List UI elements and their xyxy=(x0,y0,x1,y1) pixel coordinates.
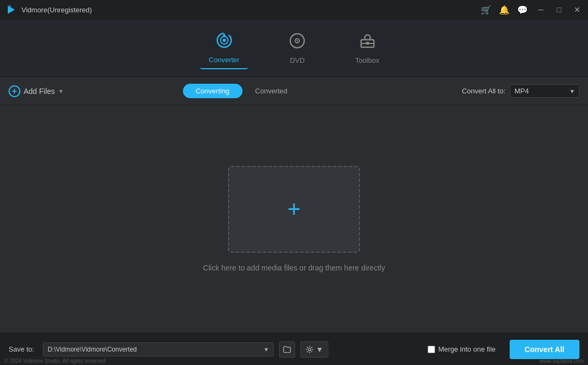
drop-zone[interactable]: + xyxy=(228,166,360,253)
nav-item-toolbox[interactable]: Toolbox xyxy=(347,28,388,69)
merge-checkbox[interactable] xyxy=(428,346,435,353)
app-title: Vidmore(Unregistered) xyxy=(21,6,481,14)
nav-label-converter: Converter xyxy=(209,56,239,64)
notification-icon[interactable]: 🔔 xyxy=(499,5,510,15)
merge-checkbox-group: Merge into one file xyxy=(428,345,496,353)
watermark-left: © 2024 Vidmore Studio. All rights reserv… xyxy=(4,358,107,364)
add-files-plus-icon: + xyxy=(9,85,20,97)
watermark-right: www.xiazaiba.com xyxy=(540,358,584,364)
nav-bar: Converter DVD Toolbox xyxy=(0,19,588,77)
svg-point-12 xyxy=(308,348,311,351)
save-path-wrapper: ▼ xyxy=(43,342,274,356)
folder-button[interactable] xyxy=(279,341,295,357)
app-logo-icon xyxy=(5,4,17,16)
toolbox-icon xyxy=(359,32,376,53)
close-button[interactable]: ✕ xyxy=(572,4,583,15)
merge-label[interactable]: Merge into one file xyxy=(438,345,496,353)
main-content: + Click here to add media files or drag … xyxy=(0,105,588,333)
title-bar-controls: 🛒 🔔 💬 ─ □ ✕ xyxy=(481,4,583,15)
settings-dropdown-arrow: ▼ xyxy=(316,345,324,354)
nav-label-dvd: DVD xyxy=(290,56,304,64)
chat-icon[interactable]: 💬 xyxy=(517,5,528,15)
nav-item-converter[interactable]: Converter xyxy=(200,27,248,69)
tab-converting[interactable]: Converting xyxy=(183,84,242,98)
nav-label-toolbox: Toolbox xyxy=(355,56,379,64)
maximize-button[interactable]: □ xyxy=(554,4,564,15)
convert-button[interactable]: Convert All xyxy=(510,340,579,359)
minimize-button[interactable]: ─ xyxy=(535,4,546,15)
drop-hint: Click here to add media files or drag th… xyxy=(203,264,385,272)
dvd-icon xyxy=(289,32,306,53)
converter-icon xyxy=(216,32,233,53)
folder-icon xyxy=(283,345,291,354)
cart-icon[interactable]: 🛒 xyxy=(481,5,491,15)
convert-all-label: Convert All to: xyxy=(462,87,505,95)
nav-item-dvd[interactable]: DVD xyxy=(280,28,314,69)
tab-group: Converting Converted xyxy=(21,84,462,98)
toolbar: + Add Files ▼ Converting Converted Conve… xyxy=(0,77,588,105)
format-select-wrapper: MP4 MKV AVI MOV WMV FLV MP3 AAC ▼ xyxy=(510,84,579,98)
save-to-label: Save to: xyxy=(9,345,34,353)
title-bar: Vidmore(Unregistered) 🛒 🔔 💬 ─ □ ✕ xyxy=(0,0,588,19)
format-select[interactable]: MP4 MKV AVI MOV WMV FLV MP3 AAC xyxy=(510,84,579,98)
drop-plus-icon: + xyxy=(288,198,301,221)
settings-button[interactable]: ▼ xyxy=(300,341,328,357)
save-path-input[interactable] xyxy=(43,342,274,356)
gear-icon xyxy=(305,345,314,354)
svg-rect-11 xyxy=(366,42,369,45)
tab-converted[interactable]: Converted xyxy=(242,84,300,98)
svg-point-8 xyxy=(297,40,298,41)
convert-all-group: Convert All to: MP4 MKV AVI MOV WMV FLV … xyxy=(462,84,579,98)
svg-point-4 xyxy=(223,39,226,42)
convert-btn-label: Convert All xyxy=(525,345,564,354)
